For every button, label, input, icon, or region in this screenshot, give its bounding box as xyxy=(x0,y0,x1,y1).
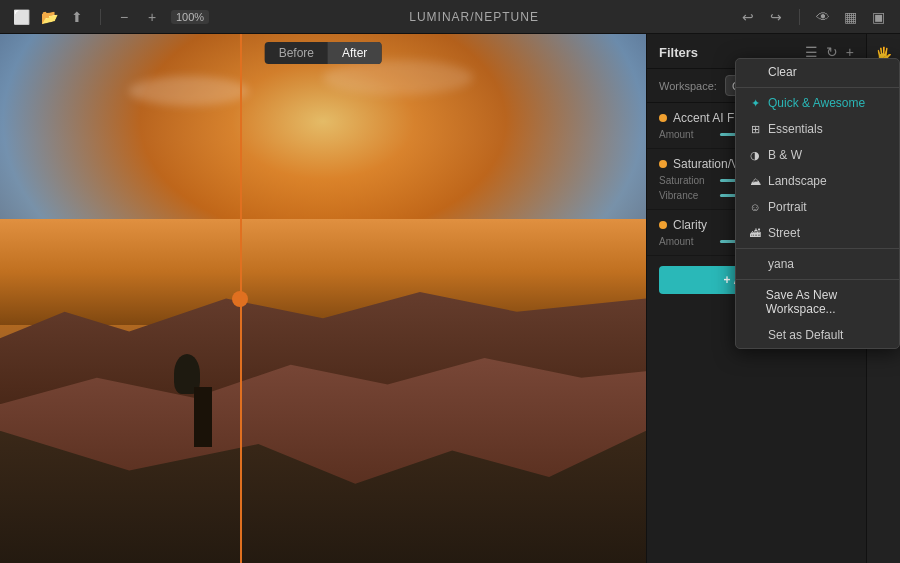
topbar-right: ↩ ↪ 👁 ▦ ▣ xyxy=(739,8,888,26)
dd-item-yana[interactable]: yana xyxy=(736,251,899,277)
dd-street-label: Street xyxy=(768,226,800,240)
filter-sat-dot xyxy=(659,160,667,168)
filter-clarity-name: Clarity xyxy=(673,218,707,232)
dd-portrait-icon: ☺ xyxy=(748,201,762,213)
before-button[interactable]: Before xyxy=(265,42,328,64)
dd-bw-icon: ◑ xyxy=(748,149,762,162)
dd-bw-label: B & W xyxy=(768,148,802,162)
tree-trunk xyxy=(194,387,212,447)
open-folder-icon[interactable]: 📂 xyxy=(40,8,58,26)
workspace-dropdown: Clear ✦ Quick & Awesome ⊞ Essentials ◑ B… xyxy=(735,58,900,349)
accent-amount-label: Amount xyxy=(659,129,714,140)
save-icon[interactable]: ⬆ xyxy=(68,8,86,26)
vib-label: Vibrance xyxy=(659,190,714,201)
dd-item-essentials[interactable]: ⊞ Essentials xyxy=(736,116,899,142)
clarity-label: Amount xyxy=(659,236,714,247)
workspace-label: Workspace: xyxy=(659,80,717,92)
sat-label: Saturation xyxy=(659,175,714,186)
dd-quick-label: Quick & Awesome xyxy=(768,96,865,110)
dd-sep-3 xyxy=(736,279,899,280)
new-file-icon[interactable]: ⬜ xyxy=(12,8,30,26)
app-title: LUMINAR/NEPTUNE xyxy=(409,10,539,24)
dd-landscape-label: Landscape xyxy=(768,174,827,188)
dd-item-street[interactable]: 🏙 Street xyxy=(736,220,899,246)
dd-item-portrait[interactable]: ☺ Portrait xyxy=(736,194,899,220)
dd-essentials-icon: ⊞ xyxy=(748,123,762,136)
main-content: Before After Filters ☰ ↻ + Workspace: Qu… xyxy=(0,34,900,563)
dd-item-landscape[interactable]: ⛰ Landscape xyxy=(736,168,899,194)
topbar: ⬜ 📂 ⬆ − + 100% LUMINAR/NEPTUNE ↩ ↪ 👁 ▦ ▣ xyxy=(0,0,900,34)
before-after-toggle: Before After xyxy=(265,42,382,64)
dd-item-bw[interactable]: ◑ B & W xyxy=(736,142,899,168)
dd-sep-2 xyxy=(736,248,899,249)
photo-canvas xyxy=(0,34,646,563)
dd-clear-label: Clear xyxy=(768,65,797,79)
redo-icon[interactable]: ↪ xyxy=(767,8,785,26)
dd-save-label: Save As New Workspace... xyxy=(766,288,887,316)
dd-item-set-default[interactable]: Set as Default xyxy=(736,322,899,348)
filters-title: Filters xyxy=(659,45,698,60)
dd-landscape-icon: ⛰ xyxy=(748,175,762,187)
after-button[interactable]: After xyxy=(328,42,381,64)
filter-accent-dot xyxy=(659,114,667,122)
dd-quick-icon: ✦ xyxy=(748,97,762,110)
dd-default-label: Set as Default xyxy=(768,328,843,342)
canvas-area[interactable]: Before After xyxy=(0,34,646,563)
view-icon[interactable]: 👁 xyxy=(814,8,832,26)
dd-yana-label: yana xyxy=(768,257,794,271)
split-handle[interactable] xyxy=(232,291,248,307)
dd-street-icon: 🏙 xyxy=(748,227,762,239)
dd-item-clear[interactable]: Clear xyxy=(736,59,899,85)
dd-item-save-new[interactable]: Save As New Workspace... xyxy=(736,282,899,322)
panel-icon[interactable]: ▣ xyxy=(870,8,888,26)
dd-portrait-label: Portrait xyxy=(768,200,807,214)
zoom-plus-icon[interactable]: + xyxy=(143,8,161,26)
dd-essentials-label: Essentials xyxy=(768,122,823,136)
zoom-minus-icon[interactable]: − xyxy=(115,8,133,26)
filter-clarity-dot xyxy=(659,221,667,229)
layout-icon[interactable]: ▦ xyxy=(842,8,860,26)
topbar-left: ⬜ 📂 ⬆ − + 100% xyxy=(12,8,209,26)
dd-sep-1 xyxy=(736,87,899,88)
dd-item-quick-awesome[interactable]: ✦ Quick & Awesome xyxy=(736,90,899,116)
zoom-value: 100% xyxy=(171,10,209,24)
undo-icon[interactable]: ↩ xyxy=(739,8,757,26)
